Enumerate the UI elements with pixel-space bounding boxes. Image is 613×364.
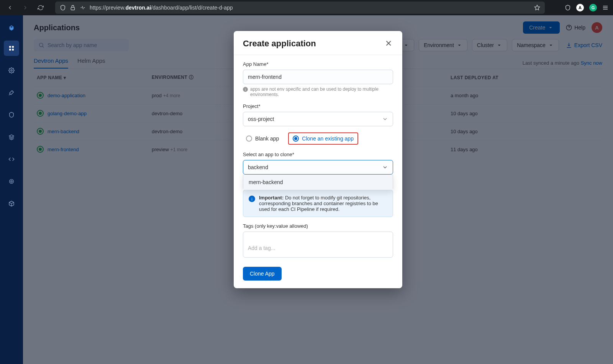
extension-icon[interactable]: G bbox=[589, 4, 597, 11]
svg-point-6 bbox=[10, 180, 14, 184]
info-icon: i bbox=[249, 196, 255, 202]
menu-icon[interactable] bbox=[602, 5, 608, 11]
svg-point-5 bbox=[11, 70, 12, 71]
info-icon: i bbox=[243, 87, 248, 92]
svg-rect-4 bbox=[12, 49, 14, 51]
pocket-icon[interactable] bbox=[565, 5, 571, 11]
security-icons bbox=[60, 5, 86, 11]
tags-input[interactable]: Add a tag... bbox=[243, 232, 393, 258]
radio-blank-app[interactable]: Blank app bbox=[243, 133, 282, 144]
stack-nav-icon[interactable] bbox=[4, 129, 19, 145]
project-label: Project* bbox=[243, 103, 393, 109]
rocket-nav-icon[interactable] bbox=[4, 85, 19, 100]
url-bar[interactable]: https://preview.devtron.ai/dashboard/app… bbox=[55, 2, 545, 14]
close-icon[interactable]: ✕ bbox=[384, 39, 393, 48]
create-app-modal: Create application ✕ App Name* iapps are… bbox=[234, 31, 402, 288]
reload-button[interactable] bbox=[35, 2, 46, 13]
code-nav-icon[interactable] bbox=[4, 152, 19, 167]
browser-toolbar: https://preview.devtron.ai/dashboard/app… bbox=[0, 0, 613, 15]
browser-right-icons: A G bbox=[565, 4, 608, 11]
app-name-input[interactable] bbox=[243, 70, 393, 84]
svg-rect-2 bbox=[12, 46, 14, 48]
shield-nav-icon[interactable] bbox=[4, 107, 19, 122]
settings-nav-icon[interactable] bbox=[4, 174, 19, 189]
clone-select-label: Select an app to clone* bbox=[243, 152, 393, 157]
important-info-box: i Important: Do not forget to modify git… bbox=[243, 190, 393, 217]
main-content: Applications Create Help A Search by app… bbox=[23, 15, 613, 364]
devtron-logo-icon[interactable] bbox=[6, 22, 17, 34]
apps-nav-icon[interactable] bbox=[4, 41, 19, 56]
svg-point-7 bbox=[11, 181, 12, 182]
svg-rect-0 bbox=[71, 7, 74, 10]
account-icon[interactable]: A bbox=[576, 4, 584, 11]
project-select[interactable]: oss-project bbox=[243, 112, 393, 126]
dropdown-option[interactable]: mern-backend bbox=[243, 175, 393, 190]
back-button[interactable] bbox=[5, 2, 15, 13]
clone-select-dropdown: mern-backend bbox=[243, 175, 393, 190]
modal-title: Create application bbox=[243, 39, 316, 49]
url-text: https://preview.devtron.ai/dashboard/app… bbox=[90, 5, 530, 11]
sidebar bbox=[0, 15, 23, 364]
svg-rect-3 bbox=[9, 49, 11, 51]
app-name-hint: iapps are not env specific and can be us… bbox=[243, 87, 393, 97]
svg-rect-1 bbox=[9, 46, 11, 48]
radio-clone-app[interactable]: Clone an existing app bbox=[288, 132, 358, 145]
clone-app-button[interactable]: Clone App bbox=[243, 267, 282, 281]
clone-select-input[interactable]: backend bbox=[243, 160, 393, 175]
tags-label: Tags (only key:value allowed) bbox=[243, 223, 393, 229]
app-name-label: App Name* bbox=[243, 61, 393, 67]
chevron-down-icon bbox=[382, 116, 388, 122]
cube-nav-icon[interactable] bbox=[4, 196, 19, 211]
gear-nav-icon[interactable] bbox=[4, 63, 19, 78]
chevron-down-icon bbox=[382, 164, 388, 170]
bookmark-icon[interactable] bbox=[534, 5, 540, 11]
forward-button[interactable] bbox=[20, 2, 31, 13]
